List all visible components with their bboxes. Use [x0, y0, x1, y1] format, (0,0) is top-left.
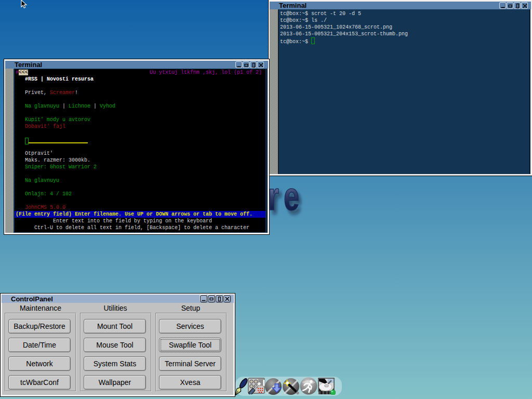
- svg-text:re: re: [268, 175, 304, 218]
